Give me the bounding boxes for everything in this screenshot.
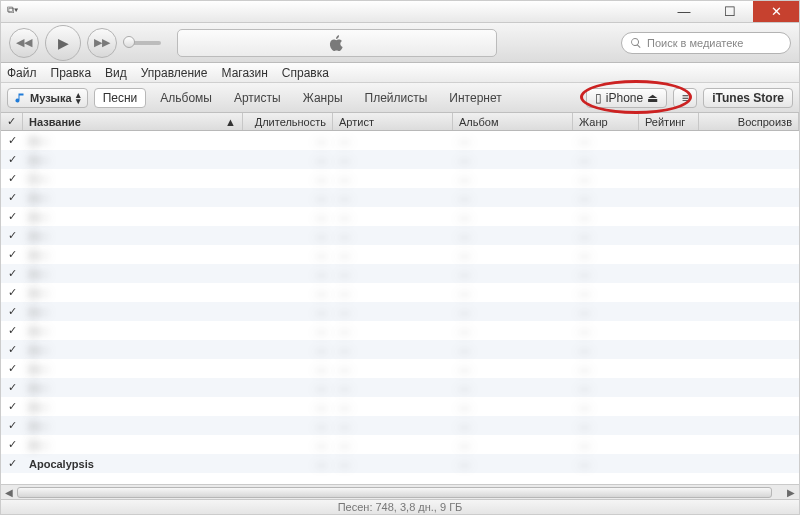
table-row[interactable]: ✓A————— — [1, 207, 799, 226]
col-name[interactable]: Название ▲ — [23, 113, 243, 130]
menu-store[interactable]: Магазин — [222, 66, 268, 80]
col-check[interactable]: ✓ — [1, 113, 23, 130]
itunes-store-button[interactable]: iTunes Store — [703, 88, 793, 108]
cell-artist: — — [333, 458, 453, 470]
scroll-right-button[interactable]: ▶ — [783, 485, 799, 500]
table-row[interactable]: ✓A————— — [1, 302, 799, 321]
eject-icon[interactable]: ⏏ — [647, 91, 658, 105]
tab-artists[interactable]: Артисты — [226, 91, 289, 105]
row-checkbox[interactable]: ✓ — [1, 324, 23, 337]
row-checkbox[interactable]: ✓ — [1, 438, 23, 451]
row-checkbox[interactable]: ✓ — [1, 362, 23, 375]
device-label: iPhone — [606, 91, 643, 105]
table-row[interactable]: ✓A————— — [1, 131, 799, 150]
play-button[interactable]: ▶ — [45, 25, 81, 61]
cell-artist: — — [333, 420, 453, 432]
maximize-button[interactable]: ☐ — [707, 1, 753, 22]
table-row[interactable]: ✓C————— — [1, 169, 799, 188]
cell-genre: — — [573, 458, 639, 470]
table-row[interactable]: ✓A————— — [1, 188, 799, 207]
close-button[interactable]: ✕ — [753, 1, 799, 22]
row-checkbox[interactable]: ✓ — [1, 210, 23, 223]
horizontal-scrollbar[interactable]: ◀ ▶ — [1, 484, 799, 499]
tab-playlists[interactable]: Плейлисты — [357, 91, 436, 105]
row-checkbox[interactable]: ✓ — [1, 286, 23, 299]
cell-genre: — — [573, 154, 639, 166]
table-body[interactable]: ✓A—————✓A—————✓C—————✓A—————✓A—————✓A———… — [1, 131, 799, 479]
col-artist[interactable]: Артист — [333, 113, 453, 130]
table-row[interactable]: ✓A————— — [1, 435, 799, 454]
row-checkbox[interactable]: ✓ — [1, 343, 23, 356]
list-view-button[interactable]: ≡ — [673, 88, 697, 108]
cell-album: — — [453, 382, 573, 394]
table-row[interactable]: ✓A————— — [1, 321, 799, 340]
row-checkbox[interactable]: ✓ — [1, 419, 23, 432]
row-checkbox[interactable]: ✓ — [1, 305, 23, 318]
tab-internet[interactable]: Интернет — [441, 91, 509, 105]
cell-album: — — [453, 458, 573, 470]
cell-name: A— — [23, 287, 243, 299]
col-genre[interactable]: Жанр — [573, 113, 639, 130]
col-album[interactable]: Альбом — [453, 113, 573, 130]
table-row[interactable]: ✓A————— — [1, 245, 799, 264]
menu-controls[interactable]: Управление — [141, 66, 208, 80]
next-track-button[interactable]: ▶▶ — [87, 28, 117, 58]
cell-album: — — [453, 401, 573, 413]
scroll-thumb[interactable] — [17, 487, 772, 498]
scroll-left-button[interactable]: ◀ — [1, 485, 17, 500]
menu-view[interactable]: Вид — [105, 66, 127, 80]
menu-help[interactable]: Справка — [282, 66, 329, 80]
tab-songs[interactable]: Песни — [94, 88, 147, 108]
row-checkbox[interactable]: ✓ — [1, 457, 23, 470]
table-row[interactable]: ✓A————— — [1, 416, 799, 435]
cell-duration: — — [243, 458, 333, 470]
table-row[interactable]: ✓A————— — [1, 397, 799, 416]
table-row[interactable]: ✓A————— — [1, 359, 799, 378]
cell-name: A— — [23, 325, 243, 337]
table-row[interactable]: ✓A————— — [1, 226, 799, 245]
library-picker[interactable]: Музыка ▴▾ — [7, 88, 88, 108]
row-checkbox[interactable]: ✓ — [1, 400, 23, 413]
table-row[interactable]: ✓A————— — [1, 340, 799, 359]
col-plays[interactable]: Воспроизв — [699, 113, 799, 130]
col-duration[interactable]: Длительность — [243, 113, 333, 130]
search-input[interactable]: Поиск в медиатеке — [621, 32, 791, 54]
menu-edit[interactable]: Правка — [51, 66, 92, 80]
cell-name: A— — [23, 363, 243, 375]
cell-genre: — — [573, 401, 639, 413]
table-row[interactable]: ✓A————— — [1, 150, 799, 169]
cell-artist: — — [333, 401, 453, 413]
row-checkbox[interactable]: ✓ — [1, 134, 23, 147]
row-checkbox[interactable]: ✓ — [1, 248, 23, 261]
prev-track-button[interactable]: ◀◀ — [9, 28, 39, 58]
cell-artist: — — [333, 382, 453, 394]
cell-album: — — [453, 439, 573, 451]
row-checkbox[interactable]: ✓ — [1, 381, 23, 394]
cell-genre: — — [573, 325, 639, 337]
volume-slider[interactable] — [127, 41, 161, 45]
cell-genre: — — [573, 382, 639, 394]
cell-artist: — — [333, 439, 453, 451]
col-rating[interactable]: Рейтинг — [639, 113, 699, 130]
menu-file[interactable]: Файл — [7, 66, 37, 80]
device-button[interactable]: ▯ iPhone ⏏ — [586, 88, 667, 108]
system-menu-icon[interactable]: ⧉▾ — [7, 4, 18, 16]
table-header: ✓ Название ▲ Длительность Артист Альбом … — [1, 113, 799, 131]
row-checkbox[interactable]: ✓ — [1, 191, 23, 204]
tab-genres[interactable]: Жанры — [295, 91, 351, 105]
cell-genre: — — [573, 268, 639, 280]
row-checkbox[interactable]: ✓ — [1, 229, 23, 242]
cell-genre: — — [573, 306, 639, 318]
table-row[interactable]: ✓A————— — [1, 264, 799, 283]
row-checkbox[interactable]: ✓ — [1, 172, 23, 185]
cell-genre: — — [573, 287, 639, 299]
table-row[interactable]: ✓A————— — [1, 378, 799, 397]
minimize-button[interactable]: — — [661, 1, 707, 22]
table-row[interactable]: ✓A————— — [1, 283, 799, 302]
row-checkbox[interactable]: ✓ — [1, 267, 23, 280]
row-checkbox[interactable]: ✓ — [1, 153, 23, 166]
table-row[interactable]: ✓Apocalypsis———— — [1, 454, 799, 473]
apple-logo-icon — [328, 34, 346, 52]
tab-albums[interactable]: Альбомы — [152, 91, 220, 105]
cell-name: A— — [23, 439, 243, 451]
